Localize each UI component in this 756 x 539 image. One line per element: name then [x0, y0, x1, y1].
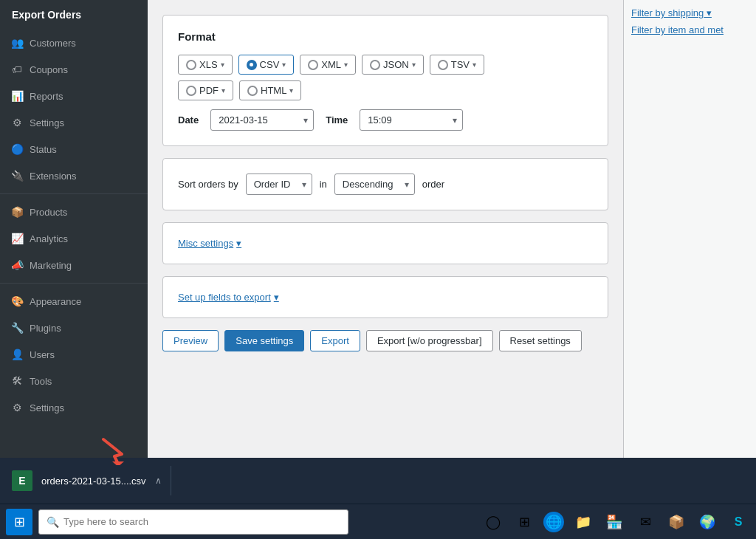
sidebar-label-products: Products	[30, 207, 67, 218]
sort-by-select[interactable]: Order ID	[246, 174, 312, 195]
chevron-pdf: ▾	[221, 86, 225, 95]
taskbar-grid-icon[interactable]: ⊞	[512, 510, 536, 534]
sidebar-label-settings2: Settings	[30, 402, 64, 413]
appearance-icon: 🎨	[10, 295, 24, 308]
sidebar-item-extensions[interactable]: 🔌 Extensions	[0, 162, 148, 189]
sort-label: Sort orders by	[178, 179, 238, 190]
sidebar-label-appearance: Appearance	[30, 296, 81, 307]
grid-icon: ⊞	[519, 514, 530, 530]
sort-in-label: in	[320, 179, 327, 190]
marketing-icon: 📣	[10, 258, 24, 272]
filter-shipping-link[interactable]: Filter by shipping ▾	[631, 7, 749, 18]
search-input[interactable]	[63, 516, 340, 527]
sidebar-item-appearance[interactable]: 🎨 Appearance	[0, 288, 148, 315]
format-label-xls: XLS	[199, 59, 218, 70]
sidebar-item-marketing[interactable]: 📣 Marketing	[0, 252, 148, 278]
taskbar-dropbox-icon[interactable]: 📦	[664, 510, 688, 534]
svg-marker-0	[112, 461, 124, 465]
preview-button[interactable]: Preview	[162, 330, 219, 351]
radio-xls	[186, 60, 196, 70]
sidebar-title: Export Orders	[0, 0, 148, 30]
sidebar: Export Orders 👥 Customers 🏷 Coupons 📊 Re…	[0, 0, 148, 458]
misc-settings-label: Misc settings	[178, 238, 233, 249]
taskbar-store-icon[interactable]: 🏪	[602, 510, 626, 534]
taskbar-circle-icon[interactable]: ◯	[481, 510, 505, 534]
sort-order-label: order	[422, 179, 444, 190]
format-label-xml: XML	[321, 59, 341, 70]
sidebar-item-coupons[interactable]: 🏷 Coupons	[0, 56, 148, 83]
filter-shipping-label: Filter by shipping	[631, 7, 704, 18]
radio-json	[370, 60, 380, 70]
export-no-progress-button[interactable]: Export [w/o progressbar]	[366, 330, 493, 351]
format-btn-pdf[interactable]: PDF ▾	[178, 80, 233, 100]
dropbox-icon: 📦	[668, 514, 684, 530]
mail-icon: ✉	[640, 514, 651, 530]
sidebar-item-customers[interactable]: 👥 Customers	[0, 30, 148, 56]
reports-icon: 📊	[10, 89, 24, 103]
chevron-xml: ▾	[344, 61, 348, 69]
reset-button[interactable]: Reset settings	[499, 330, 582, 351]
taskbar-search-box[interactable]: 🔍	[38, 509, 348, 535]
edge-icon: 🌐	[546, 514, 562, 530]
download-file-icon: E	[12, 470, 32, 491]
format-btn-json[interactable]: JSON ▾	[362, 55, 424, 75]
taskbar-system-icons: ◯ ⊞ 🌐 📁 🏪 ✉ 📦 🌍 S	[481, 510, 750, 534]
date-select[interactable]: 2021-03-15	[210, 109, 314, 131]
sidebar-label-tools: Tools	[30, 376, 52, 387]
sidebar-label-customers: Customers	[30, 38, 76, 49]
chevron-csv: ▾	[282, 61, 286, 69]
sort-row: Sort orders by Order ID in Descending As…	[178, 174, 593, 195]
format-btn-tsv[interactable]: TSV ▾	[430, 55, 484, 75]
format-btn-csv[interactable]: CSV ▾	[238, 55, 295, 75]
download-icon-letter: E	[18, 475, 25, 487]
sort-direction-wrapper: Descending Ascending	[334, 174, 415, 195]
sidebar-item-analytics[interactable]: 📈 Analytics	[0, 225, 148, 252]
extensions-icon: 🔌	[10, 169, 24, 182]
sidebar-item-tools[interactable]: 🛠 Tools	[0, 368, 148, 394]
fields-chevron-icon: ▾	[274, 292, 279, 303]
format-btn-xls[interactable]: XLS ▾	[178, 55, 233, 75]
windows-icon: ⊞	[14, 514, 25, 530]
sidebar-item-status[interactable]: 🔵 Status	[0, 136, 148, 162]
time-select[interactable]: 15:09	[360, 109, 463, 131]
format-title: Format	[178, 30, 593, 43]
store-icon: 🏪	[606, 514, 622, 530]
taskbar-s-icon[interactable]: S	[726, 510, 750, 534]
export-button[interactable]: Export	[310, 330, 360, 351]
taskbar-folder-icon[interactable]: 📁	[571, 510, 595, 534]
chevron-html: ▾	[289, 86, 293, 95]
download-arrow	[89, 436, 133, 467]
misc-settings-link[interactable]: Misc settings ▾	[178, 238, 241, 249]
chevron-xls: ▾	[221, 61, 224, 69]
format-row-1: XLS ▾ CSV ▾ XML ▾ JSON	[178, 55, 593, 75]
start-button[interactable]: ⊞	[6, 509, 32, 535]
sidebar-item-users[interactable]: 👤 Users	[0, 341, 148, 368]
sidebar-item-settings[interactable]: ⚙ Settings	[0, 109, 148, 136]
download-caret-icon[interactable]: ∧	[155, 476, 162, 486]
sidebar-item-reports[interactable]: 📊 Reports	[0, 83, 148, 109]
sidebar-item-plugins[interactable]: 🔧 Plugins	[0, 315, 148, 341]
sidebar-label-settings: Settings	[30, 117, 64, 128]
sidebar-item-settings2[interactable]: ⚙ Settings	[0, 394, 148, 421]
taskbar: ⊞ 🔍 ◯ ⊞ 🌐 📁 🏪 ✉ 📦 🌍 S	[0, 504, 756, 539]
date-label: Date	[178, 114, 199, 126]
taskbar-chrome-icon[interactable]: 🌍	[695, 510, 719, 534]
taskbar-mail-icon[interactable]: ✉	[633, 510, 657, 534]
download-filename: orders-2021-03-15....csv	[41, 476, 146, 487]
status-icon: 🔵	[10, 143, 24, 156]
format-btn-xml[interactable]: XML ▾	[300, 55, 356, 75]
radio-html	[247, 86, 258, 96]
sidebar-label-status: Status	[30, 144, 57, 155]
sidebar-label-reports: Reports	[30, 91, 63, 102]
format-btn-html[interactable]: HTML ▾	[239, 80, 301, 100]
misc-section: Misc settings ▾	[162, 222, 608, 264]
set-up-fields-link[interactable]: Set up fields to export ▾	[178, 292, 279, 303]
sidebar-label-marketing: Marketing	[30, 260, 72, 271]
sort-direction-select[interactable]: Descending Ascending	[334, 174, 415, 195]
taskbar-edge-icon[interactable]: 🌐	[543, 512, 564, 532]
plugins-icon: 🔧	[10, 321, 24, 334]
sort-section: Sort orders by Order ID in Descending As…	[162, 158, 608, 210]
filter-item-link[interactable]: Filter by item and met	[631, 24, 749, 35]
sidebar-item-products[interactable]: 📦 Products	[0, 199, 148, 225]
save-settings-button[interactable]: Save settings	[224, 330, 304, 351]
